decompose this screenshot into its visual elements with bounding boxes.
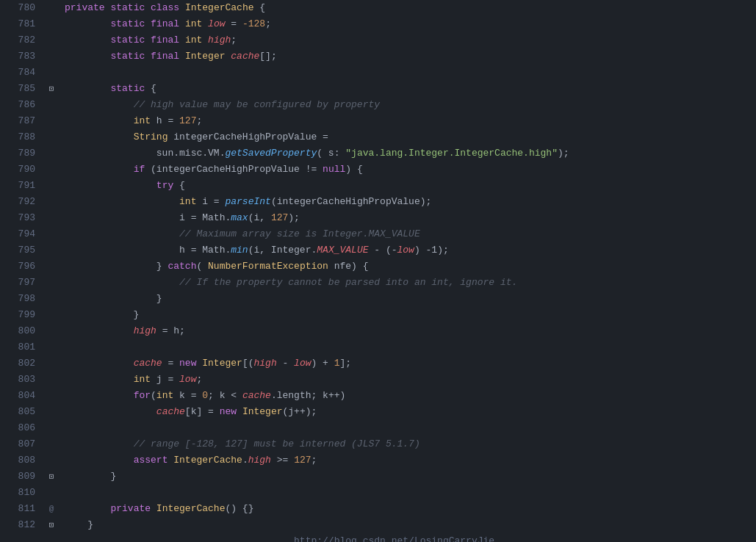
code-line: String integerCacheHighPropValue = [65,129,756,145]
gutter-icon [44,307,59,323]
gutter-icon [44,436,59,452]
line-number: 780 [0,0,35,16]
code-line: try { [65,178,756,194]
gutter-icon [44,113,59,129]
code-line: } catch( NumberFormatException nfe) { [65,259,756,275]
line-number: 793 [0,210,35,226]
line-number: 784 [0,65,35,81]
code-line: } [65,517,756,533]
line-number: 804 [0,388,35,404]
gutter-icon [44,275,59,291]
code-line: static { [65,81,756,97]
line-number: 781 [0,16,35,32]
line-number: 786 [0,97,35,113]
code-line: } [65,469,756,485]
line-number: 798 [0,291,35,307]
line-number: 791 [0,178,35,194]
gutter-icon [44,48,59,65]
code-line: // range [-128, 127] must be interned (J… [65,436,756,452]
gutter-icon [44,97,59,113]
code-editor: 7807817827837847857867877887897907917927… [0,0,756,542]
line-number: 797 [0,275,35,291]
line-number: 792 [0,194,35,210]
code-line: i = Math.max(i, 127); [65,210,756,226]
code-line: static final Integer cache[]; [65,48,756,65]
line-number: 790 [0,162,35,178]
code-line: assert IntegerCache.high >= 127; [65,452,756,469]
line-number: 785 [0,81,35,97]
gutter-icon [44,226,59,242]
line-number: 812 [0,517,35,533]
code-line: // high value may be configured by prope… [65,97,756,113]
gutter-icon [44,452,59,469]
gutter-icon [44,323,59,339]
gutter: ⊡⊡@⊡ [44,0,59,542]
code-line: static final int low = -128; [65,16,756,32]
line-number: 801 [0,339,35,355]
code-line: int i = parseInt(integerCacheHighPropVal… [65,194,756,210]
line-number: 787 [0,113,35,129]
gutter-icon: ⊡ [44,469,59,485]
gutter-icon [44,355,59,372]
line-number: 796 [0,259,35,275]
line-number: 799 [0,307,35,323]
code-line [65,65,756,81]
line-number: 794 [0,226,35,242]
code-content[interactable]: private static class IntegerCache { stat… [59,0,756,542]
line-number: 802 [0,355,35,372]
code-line: cache[k] = new Integer(j++); [65,404,756,420]
gutter-icon [44,242,59,259]
gutter-icon [44,372,59,388]
code-line: int j = low; [65,372,756,388]
gutter-icon [44,65,59,81]
code-line: http://blog.csdn.net/LosingCarryJie [65,533,756,542]
line-number: 808 [0,452,35,469]
code-line [65,485,756,501]
line-number: 805 [0,404,35,420]
code-line: static final int high; [65,32,756,48]
gutter-icon [44,388,59,404]
code-line: for(int k = 0; k < cache.length; k++) [65,388,756,404]
code-line: h = Math.min(i, Integer.MAX_VALUE - (-lo… [65,242,756,259]
code-line: if (integerCacheHighPropValue != null) { [65,162,756,178]
gutter-icon: ⊡ [44,81,59,97]
code-line: // If the property cannot be parsed into… [65,275,756,291]
gutter-icon [44,404,59,420]
code-line: sun.misc.VM.getSavedProperty( s: "java.l… [65,145,756,162]
line-number: 809 [0,469,35,485]
line-number: 807 [0,436,35,452]
gutter-icon [44,259,59,275]
line-number: 810 [0,485,35,501]
line-number: 782 [0,32,35,48]
gutter-icon [44,210,59,226]
gutter-icon [44,291,59,307]
code-line [65,420,756,436]
gutter-icon: ⊡ [44,517,59,533]
code-line: // Maximum array size is Integer.MAX_VAL… [65,226,756,242]
line-number: 795 [0,242,35,259]
code-line: } [65,291,756,307]
gutter-icon [44,129,59,145]
line-number: 783 [0,48,35,65]
gutter-icon [44,162,59,178]
code-line: private static class IntegerCache { [65,0,756,16]
line-number: 803 [0,372,35,388]
code-line [65,339,756,355]
line-number: 811 [0,501,35,517]
line-number: 806 [0,420,35,436]
gutter-icon [44,178,59,194]
gutter-icon [44,194,59,210]
line-number [0,533,35,542]
line-number: 789 [0,145,35,162]
line-number: 788 [0,129,35,145]
code-line: } [65,307,756,323]
gutter-icon [44,533,59,542]
gutter-icon [44,145,59,162]
code-line: high = h; [65,323,756,339]
gutter-icon [44,485,59,501]
code-line: private IntegerCache() {} [65,501,756,517]
code-line: cache = new Integer[(high - low) + 1]; [65,355,756,372]
gutter-icon [44,0,59,16]
gutter-icon: @ [44,501,59,517]
gutter-icon [44,420,59,436]
